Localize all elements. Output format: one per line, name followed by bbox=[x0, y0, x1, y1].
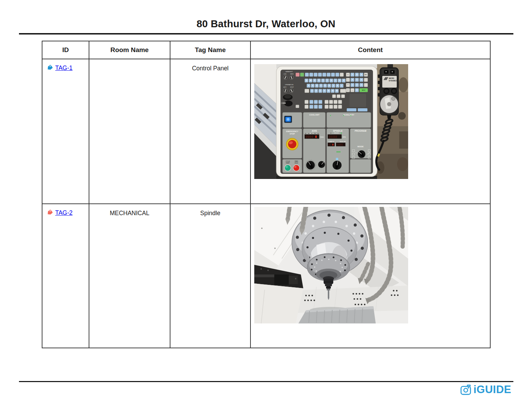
svg-text:DATA EDIT: DATA EDIT bbox=[285, 71, 293, 72]
svg-text:U: U bbox=[331, 79, 332, 81]
svg-text:WINDING: WINDING bbox=[334, 132, 339, 134]
svg-text:1: 1 bbox=[352, 84, 353, 86]
table-row-1-tagname-cell: Control Panel bbox=[170, 59, 251, 204]
svg-text:8885: 8885 bbox=[337, 143, 343, 146]
svg-text:W: W bbox=[310, 79, 312, 81]
svg-text:→: → bbox=[319, 106, 322, 108]
svg-text:SPINDLE: SPINDLE bbox=[333, 130, 343, 132]
svg-text:ESC: ESC bbox=[365, 74, 367, 76]
svg-text:AXIS: AXIS bbox=[312, 130, 317, 132]
svg-text:START: START bbox=[286, 162, 290, 164]
svg-text:AUXILIARY: AUXILIARY bbox=[343, 114, 354, 116]
svg-text:←: ← bbox=[311, 101, 313, 103]
svg-text:0: 0 bbox=[332, 143, 334, 146]
svg-text:D: D bbox=[316, 84, 317, 87]
table-row-1-room-cell bbox=[89, 59, 170, 204]
soft-key-left bbox=[347, 108, 356, 111]
table-row-2-tagname-cell: Spindle bbox=[170, 204, 251, 348]
svg-text:O: O bbox=[339, 79, 340, 81]
svg-text:4: 4 bbox=[352, 79, 353, 81]
title-divider bbox=[19, 33, 513, 34]
svg-text:6: 6 bbox=[361, 79, 362, 81]
svg-text:0: 0 bbox=[315, 135, 317, 139]
svg-text:HOLD: HOLD bbox=[295, 162, 298, 164]
svg-text:FEED: FEED bbox=[320, 136, 324, 138]
svg-text:Z: Z bbox=[312, 90, 313, 92]
header-tag-name: Tag Name bbox=[170, 41, 251, 59]
svg-text:→: → bbox=[319, 101, 322, 103]
svg-text:0: 0 bbox=[356, 89, 357, 91]
tag-1-link[interactable]: TAG-1 bbox=[55, 64, 72, 72]
emergency-stop-button bbox=[286, 138, 298, 150]
svg-text:AUTO: AUTO bbox=[284, 87, 287, 88]
svg-text:PROGRAM: PROGRAM bbox=[355, 130, 366, 132]
svg-text:A: A bbox=[308, 84, 309, 87]
header-content: Content bbox=[251, 41, 490, 59]
page-title: 80 Bathurst Dr, Waterloo, ON bbox=[0, 18, 532, 30]
svg-text:EMERGENCY: EMERGENCY bbox=[286, 130, 298, 132]
spindle-photo bbox=[254, 207, 408, 323]
table-row-2-id-cell: TAG-2 bbox=[42, 204, 89, 348]
svg-text:M: M bbox=[336, 90, 337, 92]
svg-text:TOOL NO.: TOOL NO. bbox=[339, 141, 346, 142]
svg-text:7: 7 bbox=[352, 73, 353, 76]
table-row-2-room-cell: MECHANICAL bbox=[89, 204, 170, 348]
footer-divider bbox=[19, 381, 513, 382]
svg-text:N: N bbox=[332, 90, 333, 92]
table-row-1-content-cell: DATA EDIT LOCK WRITE OPERATION AUTO SETU… bbox=[251, 59, 490, 204]
iguide-logo-text: iGUIDE bbox=[473, 383, 511, 396]
svg-text:COOLANT: COOLANT bbox=[309, 114, 319, 116]
svg-text:↓: ↓ bbox=[315, 106, 316, 108]
svg-text:+: + bbox=[347, 73, 348, 76]
iguide-camera-icon bbox=[460, 384, 472, 396]
svg-text:5: 5 bbox=[356, 79, 357, 81]
svg-text:LOCK: LOCK bbox=[284, 73, 286, 75]
svg-text:3: 3 bbox=[361, 84, 362, 86]
table-row-2-content-cell bbox=[251, 204, 490, 348]
tags-table: ID Room Name Tag Name Content TAG-1 Cont… bbox=[42, 41, 491, 348]
svg-text:F: F bbox=[321, 84, 322, 87]
svg-text:WRITE: WRITE bbox=[290, 73, 294, 75]
svg-text:CYCLE: CYCLE bbox=[286, 161, 290, 162]
svg-text:←: ← bbox=[311, 106, 313, 108]
svg-text:0000: 0000 bbox=[306, 135, 313, 139]
iguide-logo: iGUIDE bbox=[460, 383, 511, 396]
svg-text:T: T bbox=[323, 79, 324, 81]
svg-text:FEED: FEED bbox=[295, 161, 298, 162]
svg-text:*: * bbox=[348, 84, 348, 86]
svg-text:↑: ↑ bbox=[315, 101, 316, 103]
svg-text:2: 2 bbox=[356, 84, 357, 86]
svg-text:J: J bbox=[333, 84, 334, 87]
header-id: ID bbox=[42, 41, 89, 59]
svg-text:OPERATION: OPERATION bbox=[285, 84, 293, 86]
svg-text:B: B bbox=[328, 90, 329, 92]
svg-text:L: L bbox=[341, 84, 342, 87]
blank-plate bbox=[349, 94, 366, 107]
svg-text:DYNAMICS: DYNAMICS bbox=[389, 80, 397, 82]
svg-text:K: K bbox=[337, 84, 338, 87]
table-row-1-id-cell: TAG-1 bbox=[42, 59, 89, 204]
svg-text:LOAD %: LOAD % bbox=[328, 141, 334, 142]
svg-text:MICRO: MICRO bbox=[389, 78, 394, 79]
svg-text:INPUT: INPUT bbox=[362, 90, 366, 91]
power-indicator-light bbox=[284, 116, 292, 123]
svg-text:9: 9 bbox=[361, 73, 362, 76]
tag-icon-red bbox=[46, 209, 53, 216]
svg-text:Q: Q bbox=[306, 79, 307, 81]
tag-2-link[interactable]: TAG-2 bbox=[55, 209, 72, 217]
tool-changer-arm bbox=[254, 265, 303, 323]
svg-text:G: G bbox=[324, 84, 326, 87]
report-page: 80 Bathurst Dr, Waterloo, ON ID Room Nam… bbox=[0, 0, 532, 410]
control-panel-photo: DATA EDIT LOCK WRITE OPERATION AUTO SETU… bbox=[254, 64, 408, 179]
svg-text:95: 95 bbox=[328, 143, 331, 146]
soft-key-right bbox=[358, 108, 367, 111]
header-room-name: Room Name bbox=[89, 41, 170, 59]
svg-text:RPM: RPM bbox=[343, 136, 346, 138]
svg-text:STOP: STOP bbox=[290, 133, 295, 135]
svg-text:88888: 88888 bbox=[329, 136, 337, 139]
svg-text:MODE: MODE bbox=[357, 146, 364, 148]
svg-text:R: R bbox=[318, 79, 319, 81]
svg-text:SETUP: SETUP bbox=[290, 87, 294, 88]
svg-text:H: H bbox=[328, 84, 330, 87]
tag-icon-blue bbox=[46, 64, 53, 71]
